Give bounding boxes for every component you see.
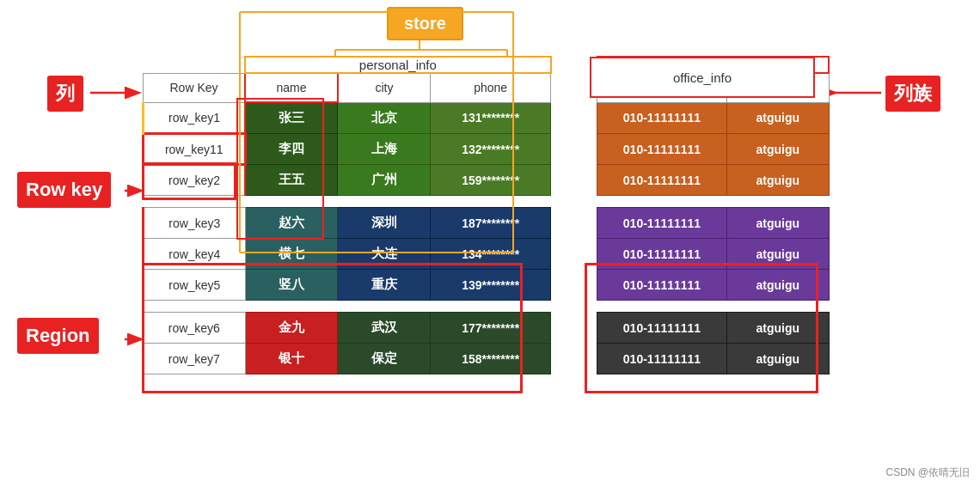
office-info-header: office_info xyxy=(597,57,829,73)
table-row: row_key6 金九 武汉 177******** 010-11111111 … xyxy=(144,313,830,344)
table-row: row_key11 李四 上海 132******** 010-11111111… xyxy=(144,134,830,165)
personal-info-header: personal_info xyxy=(245,57,551,73)
table-row: row_key5 竖八 重庆 139******** 010-11111111 … xyxy=(144,270,830,301)
lie-label: 列 xyxy=(47,76,83,112)
col-tel-header: tel xyxy=(597,73,727,102)
table-row: row_key2 王五 广州 159******** 010-11111111 … xyxy=(144,165,830,196)
rowkey-label: Row key xyxy=(17,172,111,208)
table-row: row_key1 张三 北京 131******** 010-11111111 … xyxy=(144,102,830,134)
table-row: row_key3 赵六 深圳 187******** 010-11111111 … xyxy=(144,208,830,239)
col-name-header: name xyxy=(245,73,338,102)
region-label: Region xyxy=(17,318,99,354)
watermark: CSDN @依晴无旧 xyxy=(885,466,970,480)
col-address-header: address xyxy=(726,73,829,102)
table-row: row_key7 银十 保定 158******** 010-11111111 … xyxy=(144,344,830,374)
col-city-header: city xyxy=(338,73,431,102)
diagram-container: 列 列族 Row key Region store personal_info xyxy=(0,0,980,487)
col-rowkey-header: Row Key xyxy=(144,73,246,102)
store-label: store xyxy=(387,7,463,40)
liezi-label: 列族 xyxy=(885,76,940,112)
table-row: row_key4 横七 大连 134******** 010-11111111 … xyxy=(144,239,830,270)
col-phone-header: phone xyxy=(431,73,551,102)
